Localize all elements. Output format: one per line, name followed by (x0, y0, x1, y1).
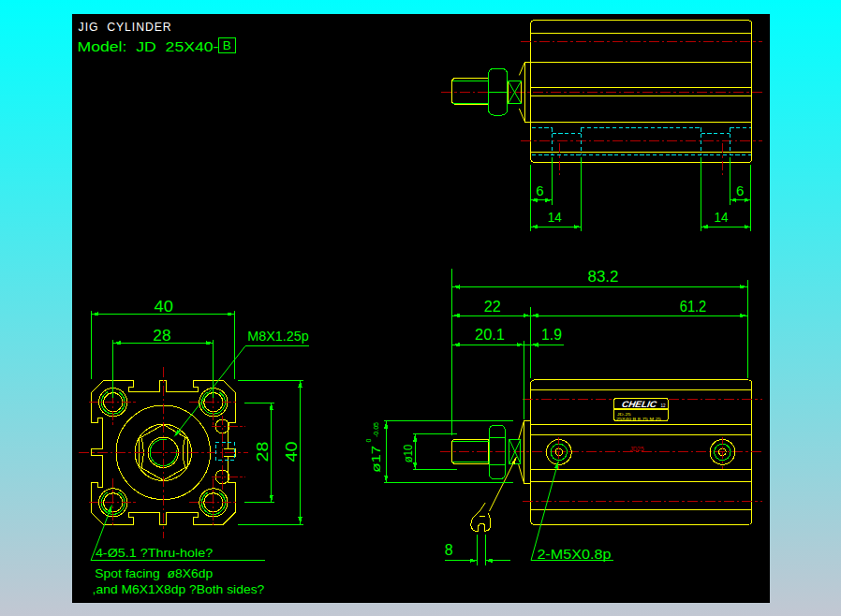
svg-text:,and M6X1X8dp ?Both sides?: ,and M6X1X8dp ?Both sides? (93, 582, 265, 596)
svg-text:12: 12 (661, 403, 667, 408)
svg-text:6: 6 (736, 183, 744, 198)
svg-text:6: 6 (536, 183, 543, 198)
svg-text:B: B (223, 38, 231, 52)
svg-text:28: 28 (153, 328, 170, 344)
svg-text:JD25: JD25 (630, 446, 644, 452)
svg-text:25X40 B 8-75 M 25: 25X40 B 8-75 M 25 (616, 417, 662, 421)
svg-text:JIG CYLINDER: JIG CYLINDER (79, 20, 172, 34)
svg-text:83.2: 83.2 (588, 269, 619, 285)
svg-text:CHELIC: CHELIC (621, 399, 658, 409)
svg-text:8: 8 (445, 542, 453, 558)
svg-text:40: 40 (284, 441, 300, 462)
svg-text:ø10: ø10 (401, 445, 415, 463)
svg-text:14: 14 (715, 209, 729, 225)
svg-text:20.1: 20.1 (475, 327, 505, 343)
svg-text:0: 0 (365, 438, 372, 442)
svg-text:Model: JD 25X40-: Model: JD 25X40- (78, 39, 219, 54)
svg-text:14: 14 (548, 209, 562, 225)
svg-text:2-M5X0.8p: 2-M5X0.8p (537, 547, 611, 562)
svg-text:61.2: 61.2 (680, 299, 707, 315)
svg-text:-0.05: -0.05 (373, 422, 379, 437)
svg-text:40: 40 (155, 299, 174, 315)
svg-text:1.9: 1.9 (541, 327, 562, 343)
svg-text:M8X1.25p: M8X1.25p (247, 329, 309, 344)
svg-text:Spot facing ø8X6dp: Spot facing ø8X6dp (95, 566, 213, 580)
svg-text:4-Ø5.1 ?Thru-hole?: 4-Ø5.1 ?Thru-hole? (96, 546, 213, 560)
svg-text:ø17: ø17 (369, 446, 383, 473)
svg-text:28: 28 (255, 441, 271, 462)
svg-text:22: 22 (484, 299, 501, 315)
